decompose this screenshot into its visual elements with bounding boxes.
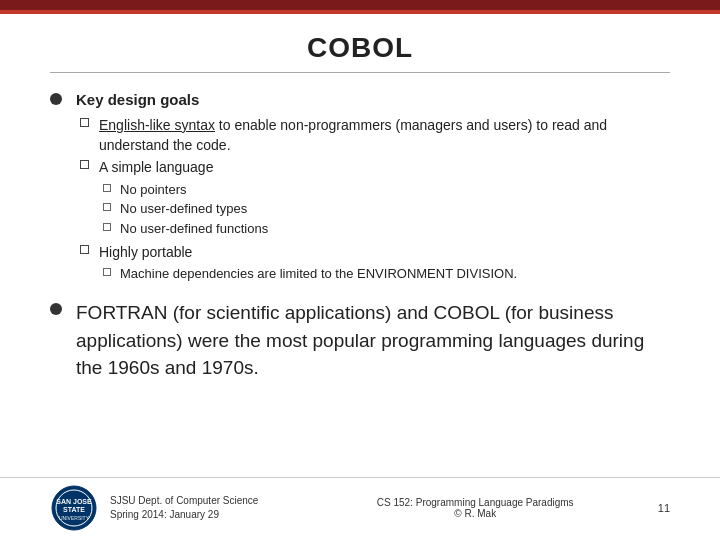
- sub-sub-item-2: No user-defined types: [103, 200, 268, 219]
- section1-heading-bullet: Key design goals English-like syntax to …: [50, 89, 670, 287]
- sub-sub-item-1: No pointers: [103, 181, 268, 200]
- sub-sub-icon-3: [103, 223, 111, 231]
- footer-course: CS 152: Programming Language Paradigms: [353, 497, 596, 508]
- sub-bullet-2: A simple language No pointers No user-de…: [80, 157, 670, 240]
- section2-text: FORTRAN (for scientific applications) an…: [76, 299, 670, 382]
- sub-bullet-3-text: Highly portable Machine dependencies are…: [99, 242, 517, 285]
- section1-heading-text: Key design goals: [76, 91, 199, 108]
- footer: SAN JOSE STATE UNIVERSITY SJSU Dept. of …: [0, 477, 720, 540]
- sub-sub-icon-4: [103, 268, 111, 276]
- sub-sub-item-3: No user-defined functions: [103, 220, 268, 239]
- svg-text:SAN JOSE: SAN JOSE: [56, 498, 92, 505]
- sub-bullet-icon-3: [80, 245, 89, 254]
- footer-semester: Spring 2014: January 29: [110, 508, 353, 522]
- bullet-icon-1: [50, 93, 62, 105]
- sub-bullet-1-text: English-like syntax to enable non-progra…: [99, 115, 670, 156]
- svg-text:UNIVERSITY: UNIVERSITY: [59, 515, 90, 521]
- sub-bullet-icon-1: [80, 118, 89, 127]
- sub-bullet-3: Highly portable Machine dependencies are…: [80, 242, 670, 285]
- bullet-icon-2: [50, 303, 62, 315]
- sub-sub-icon-1: [103, 184, 111, 192]
- sub-sub-list-1: No pointers No user-defined types No use…: [103, 181, 268, 240]
- footer-instructor: © R. Mak: [353, 508, 596, 519]
- footer-dept: SJSU Dept. of Computer Science: [110, 494, 353, 508]
- footer-left: SJSU Dept. of Computer Science Spring 20…: [110, 494, 353, 522]
- top-bar-dark: [0, 0, 720, 10]
- sub-sub-list-2: Machine dependencies are limited to the …: [103, 265, 517, 284]
- sub-bullet-1-underline: English-like syntax: [99, 117, 215, 133]
- sub-bullet-1: English-like syntax to enable non-progra…: [80, 115, 670, 156]
- section2-bullet: FORTRAN (for scientific applications) an…: [50, 299, 670, 382]
- sjsu-logo: SAN JOSE STATE UNIVERSITY: [50, 484, 98, 532]
- footer-center: CS 152: Programming Language Paradigms ©…: [353, 497, 596, 519]
- title-divider: [50, 72, 670, 73]
- section1-heading-content: Key design goals English-like syntax to …: [76, 89, 670, 287]
- footer-page: 11: [597, 502, 670, 514]
- sub-sub-icon-2: [103, 203, 111, 211]
- sub-bullet-icon-2: [80, 160, 89, 169]
- sub-sub-item-4: Machine dependencies are limited to the …: [103, 265, 517, 284]
- svg-text:STATE: STATE: [63, 506, 85, 513]
- sub-bullet-2-text: A simple language No pointers No user-de…: [99, 157, 268, 240]
- slide-title: COBOL: [50, 32, 670, 64]
